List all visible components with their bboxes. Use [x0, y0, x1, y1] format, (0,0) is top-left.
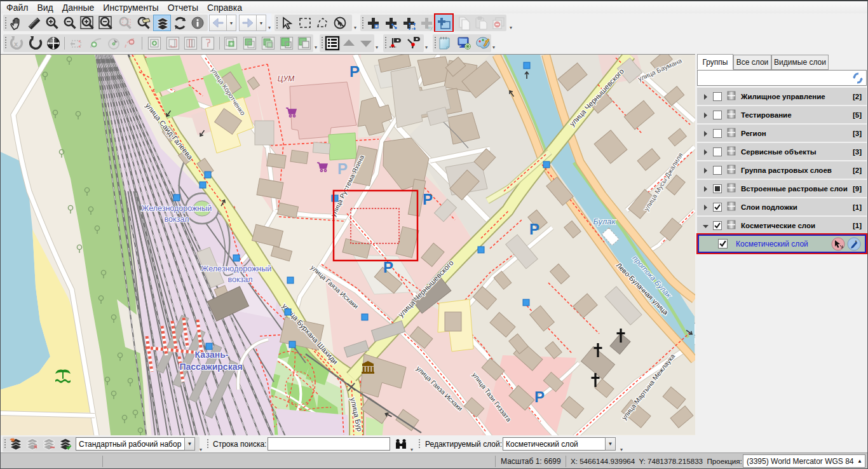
svg-text:Пассажирская: Пассажирская [179, 362, 242, 372]
svg-text:x: x [14, 40, 18, 48]
svg-text:Железнодорожный: Железнодорожный [142, 204, 212, 213]
svg-text:P: P [423, 191, 433, 208]
svg-text:xy: xy [427, 25, 433, 31]
svg-text:Железнодорожный: Железнодорожный [201, 264, 271, 273]
svg-text:P: P [529, 221, 539, 238]
svg-text:вокзал: вокзал [227, 275, 252, 284]
svg-text:P: P [534, 388, 545, 405]
svg-text:P: P [349, 63, 360, 80]
svg-text:P: P [337, 160, 348, 177]
svg-text:Казань-: Казань- [195, 350, 229, 360]
svg-text:Булак: Булак [593, 217, 616, 226]
svg-text:ЦУМ: ЦУМ [278, 74, 294, 83]
svg-text:вокзал: вокзал [164, 215, 189, 224]
